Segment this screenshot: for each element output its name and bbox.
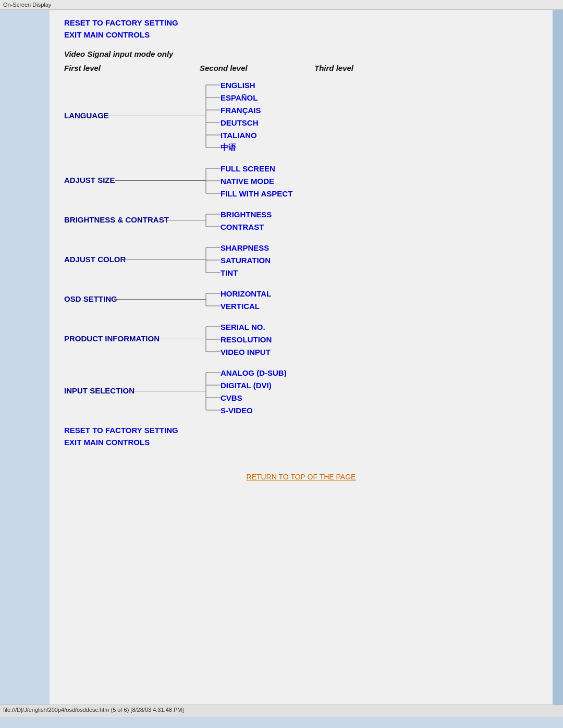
first-label-text: LANGUAGE <box>64 111 109 120</box>
second-label-text: ANALOG (D-SUB) <box>221 368 287 377</box>
menu-section-5: PRODUCT INFORMATIONSERIAL NO.RESOLUTIONV… <box>64 320 538 358</box>
second-label-text: DIGITAL (DVI) <box>221 381 272 390</box>
first-label-text: INPUT SELECTION <box>64 386 134 395</box>
second-level-item: ITALIANO <box>221 129 261 141</box>
second-label-text: ENGLISH <box>221 81 255 90</box>
status-text: file:///D|/J/english/200p4/osd/osddesc.h… <box>3 707 184 713</box>
tree-wrapper: SHARPNESSSATURATIONTINT <box>189 241 271 279</box>
second-label-text: ESPAÑOL <box>221 93 258 102</box>
tree-lines-svg <box>189 366 221 416</box>
first-level-label: ADJUST SIZE <box>64 162 189 184</box>
second-label-text: FRANÇAIS <box>221 106 261 115</box>
tree-wrapper: BRIGHTNESSCONTRAST <box>189 208 272 233</box>
tree-wrapper: HORIZONTALVERTICAL <box>189 287 271 312</box>
exit-main-bottom[interactable]: EXIT MAIN CONTROLS <box>64 438 538 447</box>
level-headers: First level Second level Third level <box>64 64 538 72</box>
tree-lines-svg <box>189 287 221 312</box>
second-level-column: SHARPNESSSATURATIONTINT <box>221 241 271 279</box>
second-level-column: SERIAL NO.RESOLUTIONVIDEO INPUT <box>221 320 272 358</box>
second-label-text: S-VIDEO <box>221 406 253 415</box>
second-level-item: SERIAL NO. <box>221 320 272 333</box>
second-level-column: FULL SCREENNATIVE MODEFILL WITH ASPECT <box>221 162 292 200</box>
second-level-item: BRIGHTNESS <box>221 208 272 220</box>
tree-wrapper: FULL SCREENNATIVE MODEFILL WITH ASPECT <box>189 162 292 200</box>
title-bar: On-Screen Display <box>0 0 563 10</box>
tree-wrapper: SERIAL NO.RESOLUTIONVIDEO INPUT <box>189 320 272 358</box>
reset-factory-bottom[interactable]: RESET TO FACTORY SETTING <box>64 426 538 435</box>
tree-lines-svg <box>189 79 221 154</box>
first-level-label: ADJUST COLOR <box>64 241 189 264</box>
second-level-column: ENGLISHESPAÑOLFRANÇAISDEUTSCHITALIANO中语 <box>221 79 261 154</box>
second-level-item: ENGLISH <box>221 79 261 91</box>
first-level-label: PRODUCT INFORMATION <box>64 320 189 343</box>
second-level-column: HORIZONTALVERTICAL <box>221 287 271 312</box>
second-level-header: Second level <box>200 64 314 72</box>
second-label-text: SHARPNESS <box>221 243 269 252</box>
second-level-item: ANALOG (D-SUB) <box>221 366 287 379</box>
second-label-text: TINT <box>221 268 238 277</box>
second-label-text: DEUTSCH <box>221 118 259 127</box>
second-label-text: NATIVE MODE <box>221 177 274 186</box>
second-label-text: SERIAL NO. <box>221 323 265 331</box>
second-level-item: CVBS <box>221 391 287 404</box>
first-label-text: ADJUST COLOR <box>64 255 126 264</box>
second-label-text: HORIZONTAL <box>221 289 271 298</box>
second-label-text: FULL SCREEN <box>221 164 275 173</box>
menu-tree: LANGUAGEENGLISHESPAÑOLFRANÇAISDEUTSCHITA… <box>64 79 538 416</box>
second-level-item: DIGITAL (DVI) <box>221 379 287 391</box>
return-to-top-link[interactable]: RETURN TO TOP OF THE PAGE <box>247 473 356 481</box>
second-level-item: VERTICAL <box>221 300 271 312</box>
first-label-text: ADJUST SIZE <box>64 176 115 184</box>
status-bar: file:///D|/J/english/200p4/osd/osddesc.h… <box>0 705 563 717</box>
first-level-label: INPUT SELECTION <box>64 366 189 395</box>
second-label-text: CVBS <box>221 393 242 402</box>
content-area: RESET TO FACTORY SETTING EXIT MAIN CONTR… <box>50 10 553 705</box>
second-level-column: ANALOG (D-SUB)DIGITAL (DVI)CVBSS-VIDEO <box>221 366 287 416</box>
tree-lines-svg <box>189 208 221 233</box>
first-level-header: First level <box>64 64 200 72</box>
second-level-item: S-VIDEO <box>221 404 287 416</box>
second-label-text: FILL WITH ASPECT <box>221 189 292 198</box>
menu-section-0: LANGUAGEENGLISHESPAÑOLFRANÇAISDEUTSCHITA… <box>64 79 538 154</box>
right-accent <box>553 10 563 705</box>
second-label-text: BRIGHTNESS <box>221 210 272 219</box>
second-level-item: DEUTSCH <box>221 116 261 129</box>
first-label-text: OSD SETTING <box>64 294 117 303</box>
bottom-links: RESET TO FACTORY SETTING EXIT MAIN CONTR… <box>64 426 538 447</box>
second-label-text: 中语 <box>221 143 236 153</box>
second-level-item: SHARPNESS <box>221 241 271 254</box>
second-level-item: FRANÇAIS <box>221 104 261 116</box>
menu-section-1: ADJUST SIZEFULL SCREENNATIVE MODEFILL WI… <box>64 162 538 200</box>
tree-lines-svg <box>189 320 221 358</box>
second-label-text: VIDEO INPUT <box>221 348 271 356</box>
second-level-item: SATURATION <box>221 254 271 266</box>
menu-section-6: INPUT SELECTIONANALOG (D-SUB)DIGITAL (DV… <box>64 366 538 416</box>
first-label-text: BRIGHTNESS & CONTRAST <box>64 215 169 224</box>
second-level-item: HORIZONTAL <box>221 287 271 300</box>
second-level-item: FILL WITH ASPECT <box>221 187 292 200</box>
second-level-item: CONTRAST <box>221 220 272 233</box>
third-level-header: Third level <box>314 64 353 72</box>
tree-lines-svg <box>189 241 221 279</box>
reset-factory-top[interactable]: RESET TO FACTORY SETTING <box>64 18 538 27</box>
second-level-item: NATIVE MODE <box>221 175 292 187</box>
first-level-label: BRIGHTNESS & CONTRAST <box>64 208 189 224</box>
second-label-text: CONTRAST <box>221 223 264 231</box>
return-link-row: RETURN TO TOP OF THE PAGE <box>64 473 538 481</box>
title-text: On-Screen Display <box>3 2 51 8</box>
second-level-item: FULL SCREEN <box>221 162 292 175</box>
second-level-column: BRIGHTNESSCONTRAST <box>221 208 272 233</box>
menu-section-4: OSD SETTINGHORIZONTALVERTICAL <box>64 287 538 312</box>
exit-main-top[interactable]: EXIT MAIN CONTROLS <box>64 30 538 39</box>
first-level-label: LANGUAGE <box>64 79 189 120</box>
second-label-text: VERTICAL <box>221 302 260 311</box>
second-label-text: ITALIANO <box>221 131 257 140</box>
left-nav-panel <box>0 10 50 705</box>
top-links: RESET TO FACTORY SETTING EXIT MAIN CONTR… <box>64 18 538 39</box>
tree-wrapper: ANALOG (D-SUB)DIGITAL (DVI)CVBSS-VIDEO <box>189 366 287 416</box>
tree-wrapper: ENGLISHESPAÑOLFRANÇAISDEUTSCHITALIANO中语 <box>189 79 261 154</box>
menu-section-3: ADJUST COLORSHARPNESSSATURATIONTINT <box>64 241 538 279</box>
second-level-item: 中语 <box>221 141 261 154</box>
first-label-text: PRODUCT INFORMATION <box>64 334 160 343</box>
second-level-item: VIDEO INPUT <box>221 346 272 358</box>
